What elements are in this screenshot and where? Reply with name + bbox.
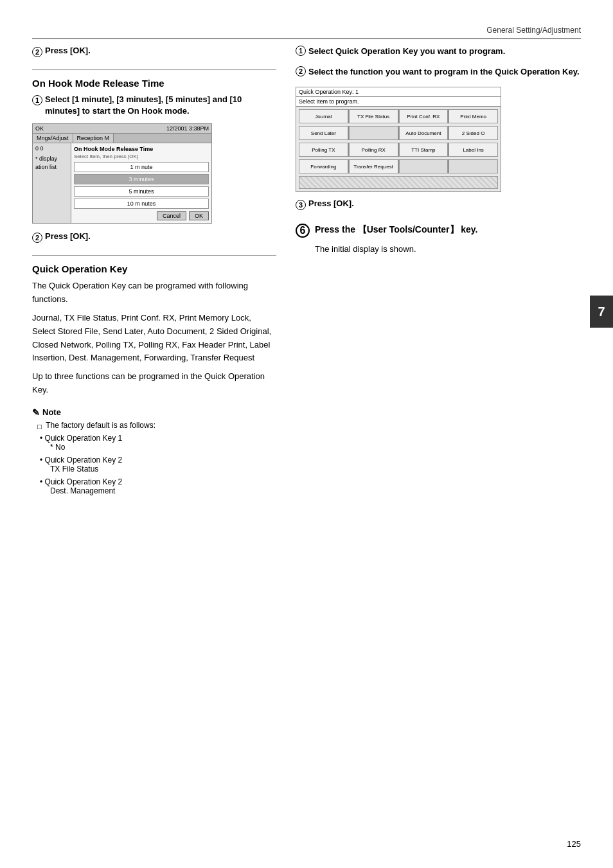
qok-cell-empty2 [399,159,449,173]
note-icon: ✎ [32,407,40,418]
big-step-6-text-post: key. [461,224,477,235]
right-step2: 2 Select the function you want to progra… [296,66,581,78]
qok-grid-row4: Forwarding Transfer Request [299,159,498,173]
step1-block: 1 Select [1 minute], [3 minutes], [5 min… [32,94,276,117]
note-factory-text: The factory default is as follows: [46,420,155,431]
qok-cell-txfile: TX File Status [349,109,398,123]
qok-body-1: The Quick Operation Key can be programed… [32,279,276,306]
right-step3-text: Press [OK]. [308,199,354,208]
qok1-text: Quick Operation Key 1 [45,434,123,443]
note-bullet-1: □ [37,421,42,432]
qok-grid-row3: Polling TX Polling RX TTI Stamp Label In… [299,143,498,157]
page-header: General Setting/Adjustment [32,26,581,39]
right-step-number-2: 2 [296,66,306,76]
screen-tab-2: Reception M [73,134,114,143]
qok-grid-row1: Journal TX File Status Print Conf. RX Pr… [299,109,498,123]
qok-cell-printmemo: Print Memo [449,109,498,123]
qok3-text: Quick Operation Key 2 [45,477,123,486]
note-header: ✎ Note [32,407,276,418]
right-step-number-1: 1 [296,46,306,56]
big-step-6-key: 【User Tools/Counter】 [358,224,459,235]
step2-pressok-second: 2 Press [OK]. [32,231,276,247]
right-step2-text: Select the function you want to program … [308,66,580,78]
qok-screen-header: Quick Operation Key: 1 [296,87,501,97]
screen-header-right: 12/2001 3:38PM [166,125,209,132]
divider-1 [32,69,276,70]
screen-header: OK 12/2001 3:38PM [33,124,211,134]
big-step-6-text-pre: Press the [315,224,355,235]
qok-body-2: Journal, TX File Status, Print Conf. RX,… [32,312,276,365]
step-number-2a: 2 [32,47,42,57]
screen-header-left: OK [35,125,44,132]
big-step-6: 6 Press the 【User Tools/Counter】 key. [296,224,581,238]
screen-option-1min: 1 m nute [74,162,209,172]
screen-main: On Hook Mode Release Time Select Item, t… [71,143,211,223]
qok2-bullet: • [40,456,42,465]
right-step3: 3 Press [OK]. [296,199,581,215]
qok2-block: • Quick Operation Key 2 TX File Status [40,456,276,474]
qok-cell-autodoc: Auto Document [399,126,449,140]
note-section: ✎ Note □ The factory default is as follo… [32,407,276,495]
screen-buttons: Cancel OK [74,211,209,220]
screen-tab-1: Mngs/Adjust [33,134,73,143]
qok-cell-ttistamp: TTI Stamp [399,143,449,157]
screen-sidebar: 0 0 * display ation list [33,143,71,223]
qok2-label: • Quick Operation Key 2 [40,456,276,465]
qok3-block: • Quick Operation Key 2 Dest. Management [40,477,276,495]
qok1-block: • Quick Operation Key 1 * No [40,434,276,452]
step-number-1a: 1 [32,95,42,105]
screen-body: 0 0 * display ation list On Hook Mode Re… [33,143,211,223]
divider-2 [32,255,276,256]
qok-cell-sendlater: Send Later [299,126,348,140]
qok-grid-row2: Send Later Auto Document 2 Sided O [299,126,498,140]
big-step-6-content: Press the 【User Tools/Counter】 key. [315,224,477,236]
qok2-value: TX File Status [50,465,276,474]
press-ok-label-2: Press [OK]. [45,231,91,241]
page-number: 125 [567,839,581,849]
qok3-label: • Quick Operation Key 2 [40,477,276,486]
qok-cell-pollingtx: Polling TX [299,143,348,157]
qok-cell-printconf: Print Conf. RX [399,109,449,123]
qok1-label: • Quick Operation Key 1 [40,434,276,443]
screen-option-3min: 3 minutes [74,174,209,184]
press-ok-label-1: Press [OK]. [45,46,91,55]
step2-pressok-first: 2 Press [OK]. [32,46,276,62]
qok-screen-subtitle: Select Item to program. [296,97,501,107]
qok-cell-labelins: Label Ins [449,143,498,157]
qok2-text: Quick Operation Key 2 [45,456,123,465]
qok-cell-pollingrx: Polling RX [349,143,398,157]
section2-title: Quick Operation Key [32,263,276,274]
note-label: Note [42,407,61,417]
left-column: 2 Press [OK]. On Hook Mode Release Time … [32,46,276,499]
sidebar-item-1: 0 0 [34,145,69,152]
screen-option-10min: 10 m nutes [74,199,209,209]
sidebar-item-2 [34,153,69,154]
qok-cell-transferreq: Transfer Request [349,159,398,173]
qok-screen: Quick Operation Key: 1 Select Item to pr… [296,87,501,192]
qok-cell-journal: Journal [299,109,348,123]
sidebar-item-3: * display [34,155,69,163]
screen-tabs: Mngs/Adjust Reception M [33,134,211,143]
qok3-value: Dest. Management [50,486,276,495]
screen-subtitle: Select Item, then press [OK] [74,154,209,159]
qok-cell-empty3 [449,159,498,173]
section1-title: On Hook Mode Release Time [32,78,276,89]
onhook-screen: OK 12/2001 3:38PM Mngs/Adjust Reception … [32,123,212,224]
qok-cell-2sided: 2 Sided O [449,126,498,140]
screen-title: On Hook Mode Release Time [74,146,209,152]
screen-cancel-btn[interactable]: Cancel [157,211,186,220]
qok-cell-empty1 [349,126,398,140]
qok-footer-bar [299,176,498,189]
chapter-tab: 7 [590,296,613,328]
sidebar-item-4: ation list [34,163,69,171]
qok-cell-forwarding: Forwarding [299,159,348,173]
header-title: General Setting/Adjustment [486,26,581,35]
qok3-bullet: • [40,477,42,486]
big-step-num-6: 6 [296,224,310,238]
qok1-bullet: • [40,434,42,443]
step-number-2b: 2 [32,233,42,243]
note-item-factory: □ The factory default is as follows: [37,420,276,432]
screen-ok-btn[interactable]: OK [189,211,209,220]
right-step1: 1 Select Quick Operation Key you want to… [296,46,581,57]
qok-body-3: Up to three functions can be programed i… [32,370,276,397]
